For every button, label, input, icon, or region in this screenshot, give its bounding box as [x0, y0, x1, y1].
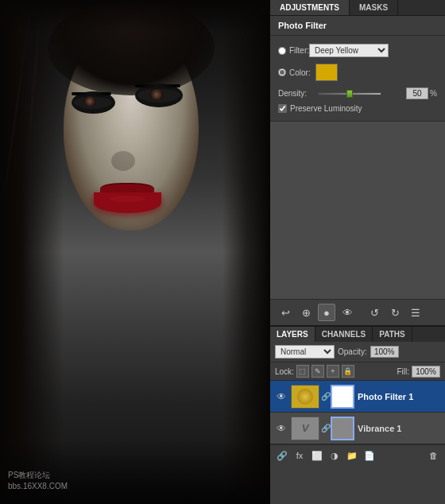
watermark-line2: bbs.16XX8.COM — [8, 481, 68, 492]
density-pct: % — [430, 89, 437, 98]
layer-style-icon[interactable]: fx — [292, 448, 307, 463]
adjustments-toolbar: ↩ ⊕ ● 👁 ↺ ↻ ☰ — [270, 299, 445, 327]
preserve-label: Preserve Luminosity — [290, 104, 362, 113]
new-layer-icon[interactable]: 📄 — [362, 448, 377, 463]
color-radio[interactable] — [278, 68, 286, 76]
panel-title: Photo Filter — [270, 16, 445, 36]
color-swatch[interactable] — [315, 64, 338, 81]
zoom-icon[interactable]: ⊕ — [297, 304, 315, 321]
fill-input[interactable] — [412, 366, 440, 378]
preserve-checkbox[interactable] — [278, 104, 287, 113]
delete-layer-icon[interactable]: 🗑 — [426, 448, 440, 463]
layer1-mask[interactable] — [331, 385, 354, 409]
tab-channels[interactable]: CHANNELS — [315, 327, 373, 342]
eye-icon[interactable]: 👁 — [339, 304, 356, 321]
layer2-name: Vibrance 1 — [358, 424, 440, 433]
layer1-chain: 🔗 — [321, 392, 329, 401]
filter-label-text: Filter: — [289, 46, 309, 55]
layer-row-photo-filter[interactable]: 👁 🔗 Photo Filter 1 — [270, 381, 445, 413]
watermark: PS教程论坛 bbs.16XX8.COM — [8, 470, 68, 492]
layer1-name: Photo Filter 1 — [358, 392, 440, 401]
photo-canvas: PS教程论坛 bbs.16XX8.COM — [0, 0, 270, 504]
density-label: Density: — [278, 89, 318, 98]
color-label-text: Color: — [289, 68, 311, 77]
density-slider-container[interactable] — [318, 89, 403, 99]
lock-brush-icon[interactable]: ✎ — [312, 365, 324, 378]
color-radio-label[interactable]: Color: — [278, 68, 311, 77]
density-input[interactable]: 50 — [406, 87, 428, 99]
lock-all-icon[interactable]: 🔒 — [342, 365, 354, 378]
vibrance-v-icon: V — [302, 422, 309, 434]
opacity-label: Opacity: — [338, 347, 367, 356]
tab-masks[interactable]: MASKS — [350, 0, 398, 15]
tab-adjustments[interactable]: ADJUSTMENTS — [270, 0, 350, 15]
lock-label: Lock: — [275, 367, 294, 376]
blend-mode-select[interactable]: Normal — [275, 345, 335, 359]
menu-icon[interactable]: ☰ — [407, 304, 424, 321]
back-icon[interactable]: ↩ — [277, 304, 294, 321]
layer2-thumb: V — [291, 417, 319, 440]
layers-bottom-toolbar: 🔗 fx ⬜ ◑ 📁 📄 🗑 — [270, 444, 445, 466]
layer2-eye-icon[interactable]: 👁 — [275, 422, 288, 435]
adjustment-icon[interactable]: ◑ — [327, 448, 342, 463]
layer1-thumb — [291, 385, 319, 409]
separator — [359, 304, 362, 321]
filter-dropdown[interactable]: Deep Yellow — [309, 44, 389, 57]
layer2-chain: 🔗 — [321, 424, 329, 432]
lock-transparent-icon[interactable]: ⬚ — [296, 365, 309, 378]
mask-icon[interactable]: ⬜ — [310, 448, 324, 463]
filter-radio-label[interactable]: Filter: — [278, 46, 309, 55]
lock-position-icon[interactable]: + — [327, 365, 339, 378]
filter-radio[interactable] — [278, 47, 286, 55]
layer-row-vibrance[interactable]: 👁 V 🔗 Vibrance 1 — [270, 413, 445, 444]
watermark-line1: PS教程论坛 — [8, 470, 68, 481]
tab-layers[interactable]: LAYERS — [270, 327, 315, 342]
reset-icon[interactable]: ↻ — [386, 304, 404, 321]
circle-icon[interactable]: ● — [318, 304, 335, 321]
link-icon[interactable]: ↺ — [366, 304, 383, 321]
layer2-mask[interactable] — [331, 417, 354, 440]
opacity-input[interactable] — [370, 346, 399, 358]
fill-label: Fill: — [397, 367, 409, 376]
layer1-eye-icon[interactable]: 👁 — [275, 390, 288, 403]
tab-paths[interactable]: PATHS — [373, 327, 412, 342]
link-layers-icon[interactable]: 🔗 — [275, 448, 289, 463]
group-icon[interactable]: 📁 — [345, 448, 359, 463]
